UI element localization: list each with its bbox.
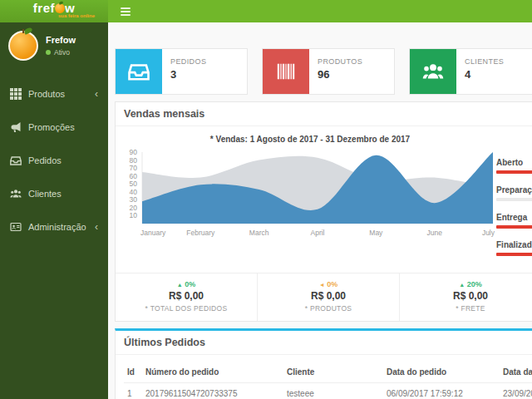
orange-fruit-icon xyxy=(55,3,65,13)
sidebar-item-label: Pedidos xyxy=(28,155,62,165)
svg-text:July: July xyxy=(482,229,495,237)
sidebar-item-administracao[interactable]: Administração ‹ xyxy=(0,210,108,244)
col-header-data-pedido: Data do pedido xyxy=(383,362,500,383)
avatar xyxy=(8,31,38,61)
sales-panel-title: Vendas mensais xyxy=(116,102,532,126)
status-dot-icon xyxy=(46,50,51,55)
table-row[interactable]: 1 20179611504720733375 testeee 06/09/201… xyxy=(124,383,532,399)
chevron-left-icon: ‹ xyxy=(95,90,98,98)
sales-chart: * Vendas: 1 Agosto de 2017 - 31 Dezembro… xyxy=(124,133,496,268)
sidebar: Frefow Ativo Produtos ‹ Promoções Pedido xyxy=(0,22,108,399)
arrow-up-icon: ▲ xyxy=(459,282,465,288)
main-content: PEDIDOS 3 PRODUTOS 96 CLIENTES 4 Vendas xyxy=(108,22,532,399)
card-pedidos[interactable]: PEDIDOS 3 xyxy=(115,48,248,95)
topbar-main xyxy=(108,0,532,22)
chevron-left-icon: ‹ xyxy=(95,223,98,231)
arrow-up-icon: ▲ xyxy=(177,282,183,288)
legend-bar xyxy=(496,225,532,229)
stat-cards: PEDIDOS 3 PRODUTOS 96 CLIENTES 4 xyxy=(115,48,532,95)
card-label: PEDIDOS xyxy=(170,57,206,66)
stat-frete: ▲ 20% R$ 0,00 * FRETE xyxy=(399,273,532,321)
inbox-icon xyxy=(116,49,162,94)
cell-cliente: testeee xyxy=(283,383,383,399)
user-name: Frefow xyxy=(46,35,76,45)
sidebar-item-pedidos[interactable]: Pedidos xyxy=(0,144,108,177)
col-header-numero: Número do pedido xyxy=(142,362,283,383)
user-status[interactable]: Ativo xyxy=(46,48,76,57)
card-value: 4 xyxy=(465,68,504,81)
svg-text:March: March xyxy=(249,229,269,237)
sidebar-item-label: Clientes xyxy=(28,189,62,199)
legend-item-finalizado: Finalizado xyxy=(496,240,532,256)
stat-delta-value: 0% xyxy=(327,280,337,288)
cell-id: 1 xyxy=(124,383,142,399)
stat-total-pedidos: ▲ 0% R$ 0,00 * TOTAL DOS PEDIDOS xyxy=(116,273,257,321)
cell-data-atualizacao: 23/09/2017 1 xyxy=(500,383,532,399)
inbox-icon xyxy=(10,155,22,166)
stat-value: R$ 0,00 xyxy=(403,290,532,302)
col-header-cliente: Cliente xyxy=(283,362,383,383)
brand-text: frefw xyxy=(0,2,108,13)
stat-produtos: ◄ 0% R$ 0,00 * PRODUTOS xyxy=(257,273,399,321)
stat-label: * TOTAL DOS PEDIDOS xyxy=(119,304,254,313)
legend-item-entrega: Entrega xyxy=(496,213,532,229)
sales-chart-svg[interactable]: 908070605040302010JanuaryFebruaryMarchAp… xyxy=(124,147,496,240)
legend-item-preparacao: Preparação xyxy=(496,185,532,201)
stat-delta-value: 20% xyxy=(467,280,482,288)
svg-text:30: 30 xyxy=(130,195,138,204)
sales-panel: Vendas mensais * Vendas: 1 Agosto de 201… xyxy=(115,101,532,322)
svg-text:50: 50 xyxy=(130,180,138,188)
svg-text:40: 40 xyxy=(130,188,138,196)
svg-text:February: February xyxy=(186,229,215,237)
chart-legend: Aberto Preparação Entrega Finalizado xyxy=(496,133,532,268)
svg-text:June: June xyxy=(426,229,442,237)
id-card-icon xyxy=(10,221,22,233)
user-panel: Frefow Ativo xyxy=(0,22,108,71)
svg-text:60: 60 xyxy=(130,172,138,180)
orders-table: Id Número do pedido Cliente Data do pedi… xyxy=(124,362,532,399)
card-produtos[interactable]: PRODUTOS 96 xyxy=(262,48,395,95)
sidebar-item-label: Administração xyxy=(28,222,86,232)
sidebar-item-promocoes[interactable]: Promoções xyxy=(0,111,108,144)
svg-text:80: 80 xyxy=(130,156,138,165)
legend-bar xyxy=(496,253,532,256)
card-value: 3 xyxy=(170,68,206,81)
legend-item-aberto: Aberto xyxy=(496,158,532,174)
svg-text:20: 20 xyxy=(130,204,138,212)
svg-text:April: April xyxy=(310,229,324,237)
brand-logo[interactable]: frefw sua feira online xyxy=(0,0,108,22)
grid-icon xyxy=(10,88,22,100)
sidebar-item-produtos[interactable]: Produtos ‹ xyxy=(0,77,108,111)
orders-table-header-row: Id Número do pedido Cliente Data do pedi… xyxy=(124,362,532,383)
users-icon xyxy=(410,49,456,94)
cell-numero: 20179611504720733375 xyxy=(142,383,283,399)
svg-text:70: 70 xyxy=(130,164,138,172)
orders-panel: Últimos Pedidos Id Número do pedido Clie… xyxy=(115,328,532,399)
user-status-label: Ativo xyxy=(54,48,70,57)
stat-label: * FRETE xyxy=(403,304,532,313)
topbar: frefw sua feira online xyxy=(0,0,532,22)
card-value: 96 xyxy=(318,68,362,81)
card-clientes[interactable]: CLIENTES 4 xyxy=(409,48,532,95)
stat-label: * PRODUTOS xyxy=(261,304,396,313)
arrow-left-icon: ◄ xyxy=(319,282,325,288)
sales-stats-row: ▲ 0% R$ 0,00 * TOTAL DOS PEDIDOS ◄ 0% R$… xyxy=(116,273,532,321)
svg-text:January: January xyxy=(140,229,166,237)
svg-text:90: 90 xyxy=(130,148,138,156)
hamburger-menu-icon[interactable] xyxy=(115,3,136,20)
col-header-data-atualizacao: Data da atualização xyxy=(500,362,532,383)
sidebar-item-label: Promoções xyxy=(28,122,75,132)
sidebar-menu: Produtos ‹ Promoções Pedidos Clientes xyxy=(0,77,108,244)
sidebar-item-label: Produtos xyxy=(28,89,65,99)
sidebar-item-clientes[interactable]: Clientes xyxy=(0,177,108,210)
card-label: PRODUTOS xyxy=(318,57,362,66)
users-icon xyxy=(10,188,22,200)
col-header-id: Id xyxy=(124,362,142,383)
chart-title: * Vendas: 1 Agosto de 2017 - 31 Dezembro… xyxy=(124,135,496,144)
card-label: CLIENTES xyxy=(465,57,504,66)
cell-data-pedido: 06/09/2017 17:59:12 xyxy=(383,383,500,399)
legend-bar xyxy=(496,198,532,201)
svg-text:10: 10 xyxy=(130,211,138,219)
stat-value: R$ 0,00 xyxy=(261,290,396,302)
stat-delta-value: 0% xyxy=(185,280,195,288)
